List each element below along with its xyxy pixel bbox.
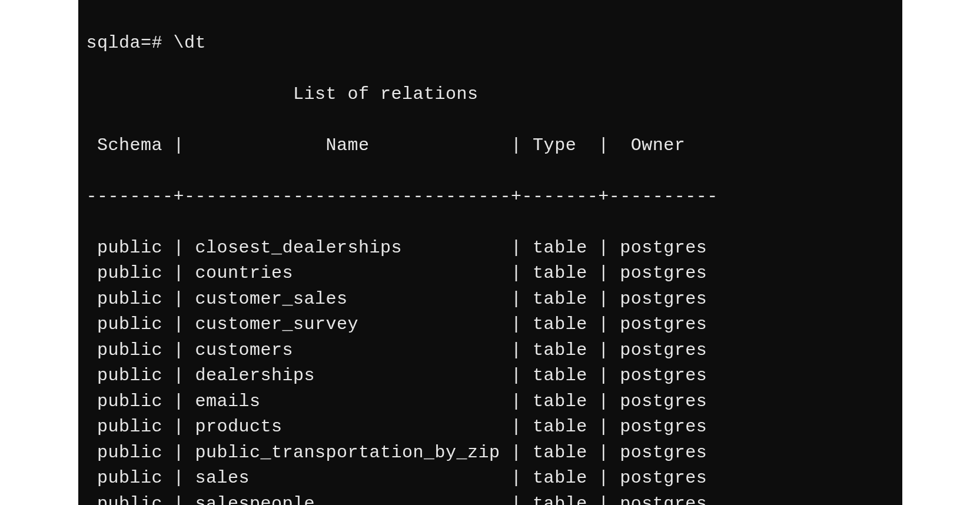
- table-row: public | countries | table | postgres: [87, 261, 894, 287]
- table-row: public | closest_dealerships | table | p…: [87, 235, 894, 261]
- table-row: public | products | table | postgres: [87, 414, 894, 440]
- table-body: public | closest_dealerships | table | p…: [87, 235, 894, 506]
- prompt-line: sqlda=# \dt: [87, 31, 894, 57]
- psql-terminal[interactable]: sqlda=# \dt List of relations Schema | N…: [78, 0, 902, 505]
- relations-title: List of relations: [87, 82, 894, 108]
- table-row: public | emails | table | postgres: [87, 389, 894, 415]
- table-header-row: Schema | Name | Type | Owner: [87, 133, 894, 159]
- table-row: public | sales | table | postgres: [87, 466, 894, 491]
- table-row: public | public_transportation_by_zip | …: [87, 440, 894, 466]
- table-row: public | customer_survey | table | postg…: [87, 312, 894, 338]
- table-row: public | customer_sales | table | postgr…: [87, 287, 894, 313]
- table-divider: --------+------------------------------+…: [87, 184, 894, 210]
- table-row: public | dealerships | table | postgres: [87, 363, 894, 389]
- table-row: public | customers | table | postgres: [87, 338, 894, 364]
- table-row: public | salespeople | table | postgres: [87, 491, 894, 506]
